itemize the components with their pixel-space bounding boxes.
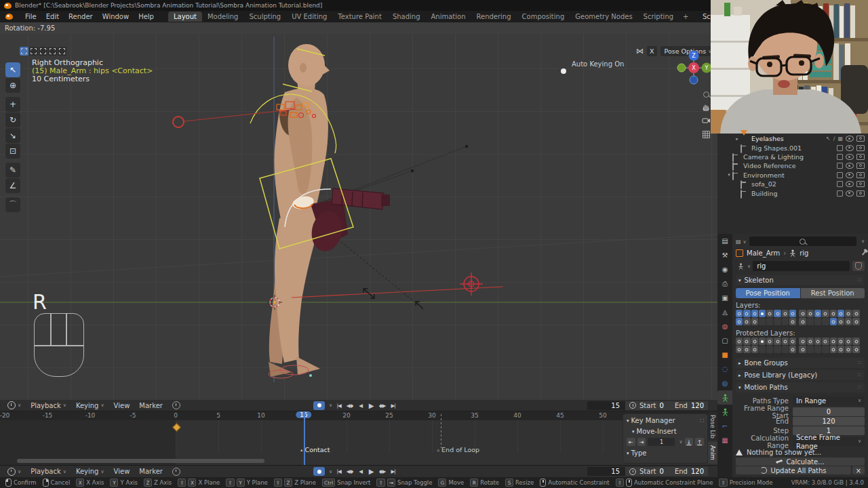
properties-tab-bone[interactable] (717, 405, 732, 419)
properties-tab-output[interactable]: ⎙ (717, 277, 732, 291)
grid-toggle-icon[interactable] (701, 129, 711, 140)
disclosure-down-icon[interactable]: ▾ (726, 172, 732, 178)
prev-frame-button[interactable]: ◀ (356, 401, 365, 410)
layer-cell[interactable] (822, 310, 829, 317)
type-panel-title[interactable]: Type (631, 449, 647, 457)
timeline-scrollbar[interactable] (17, 459, 264, 463)
close-paths-button[interactable]: × (852, 466, 865, 474)
workspace-tab-modeling[interactable]: Modeling (202, 12, 244, 22)
layer-cell[interactable] (789, 318, 796, 325)
layer-cell[interactable] (814, 318, 821, 325)
editor-type-icon[interactable]: ▤∨ (736, 239, 747, 245)
eye-icon[interactable] (846, 172, 854, 178)
protected-layer-cell[interactable] (822, 338, 829, 345)
protected-layer-cell[interactable] (736, 338, 743, 345)
protected-layer-cell[interactable] (852, 338, 859, 345)
workspace-tab-shading[interactable]: Shading (387, 12, 426, 22)
marker-end-of-loop[interactable]: ▵End of Loop (437, 446, 480, 453)
protected-layer-cell[interactable] (799, 338, 806, 345)
checkbox-icon[interactable] (837, 172, 843, 178)
camera-icon[interactable] (856, 154, 865, 160)
record-caret-2[interactable]: ∨ (329, 469, 332, 474)
field-paths-type[interactable]: In Range∨ (793, 396, 865, 405)
layer-cell[interactable] (845, 318, 852, 325)
jump-start-button[interactable]: |◀ (334, 401, 343, 410)
eye-icon[interactable] (846, 163, 854, 169)
eye-icon[interactable] (846, 136, 854, 142)
layer-cell[interactable] (766, 318, 773, 325)
properties-tab-constraints[interactable]: ◎ (717, 376, 732, 390)
protected-layer-cell[interactable] (789, 338, 796, 345)
checkbox-icon[interactable] (837, 145, 843, 151)
eye-icon[interactable] (846, 145, 854, 151)
properties-tab-render[interactable]: ◉ (717, 262, 732, 277)
checkbox-icon[interactable] (837, 190, 843, 197)
scene-selector-fragment[interactable]: Sc (703, 13, 711, 20)
select-mode-1[interactable] (20, 47, 28, 56)
playhead[interactable] (304, 411, 305, 465)
tool-pose-breakdowner[interactable]: ⌒ (5, 197, 20, 212)
menu-file[interactable]: File (20, 12, 41, 22)
layer-cell[interactable] (782, 310, 789, 317)
tool-scale[interactable]: ↘ (5, 128, 20, 143)
field-end[interactable]: 120 (793, 417, 865, 426)
workspace-tab-compositing[interactable]: Compositing (517, 12, 570, 22)
workspace-tab-uv-editing[interactable]: UV Editing (286, 12, 332, 22)
sidebar-tab-pose-lib[interactable]: Pose Lib (708, 412, 717, 441)
prev-frame-button-2[interactable]: ◀ (356, 467, 365, 476)
move-insert-caret[interactable]: ∨ (679, 439, 682, 445)
workspace-tab-layout[interactable]: Layout (168, 12, 202, 22)
properties-tab-view-layer[interactable]: ▣ (717, 291, 732, 305)
tool-transform[interactable]: ⊡ (5, 144, 20, 159)
id-name-field[interactable]: ∨ rig (736, 261, 850, 271)
properties-search-input[interactable] (749, 237, 856, 246)
menu-window[interactable]: Window (98, 12, 134, 22)
move-insert-title[interactable]: Move-Insert (637, 428, 677, 435)
layer-cell[interactable] (852, 310, 859, 317)
protected-layer-cell[interactable] (774, 346, 781, 353)
tool-select-box[interactable]: ↖ (5, 62, 20, 77)
protected-layer-cell[interactable] (845, 346, 852, 353)
next-key-button-2[interactable]: ◆▶ (378, 467, 387, 476)
outliner-row[interactable]: sofa_02 (717, 180, 868, 188)
layer-cell[interactable] (751, 318, 758, 325)
layer-cell[interactable] (822, 318, 829, 325)
camera-icon[interactable] (856, 190, 865, 197)
protected-layer-cell[interactable] (852, 346, 859, 353)
prev-key-button-2[interactable]: ◀◆ (345, 467, 354, 476)
workspace-tab-scripting[interactable]: Scripting (638, 12, 679, 22)
jump-left-key-button[interactable]: ⇤ (627, 438, 635, 446)
workspace-tab-sculpting[interactable]: Sculpting (243, 12, 286, 22)
timeline-ruler[interactable]: -20-15-10-505101520253035404550 (0, 411, 717, 420)
outliner-row[interactable]: Video Reference (717, 161, 868, 170)
layer-cell[interactable] (807, 318, 814, 325)
select-mode-5[interactable] (58, 47, 66, 56)
layer-cell[interactable] (766, 310, 773, 317)
move-insert-value[interactable]: 1 (648, 438, 675, 446)
panel-header-pose-library-legacy-[interactable]: ▸Pose Library (Legacy)∷ (736, 370, 865, 380)
layer-cell[interactable] (736, 318, 743, 325)
tool-annotate[interactable]: ✎ (5, 163, 20, 178)
timeline-menu-marker[interactable]: Marker (134, 402, 167, 409)
workspace-tab-animation[interactable]: Animation (426, 12, 471, 22)
ruler-tick-40[interactable]: 40 (513, 412, 521, 419)
properties-tab-editor-type[interactable]: ▤ (717, 234, 732, 248)
menu-edit[interactable]: Edit (41, 12, 64, 22)
auto-key-record-button-2[interactable] (313, 467, 325, 476)
outliner-row[interactable]: Building (717, 188, 868, 197)
protected-layer-cell[interactable] (782, 346, 789, 353)
ruler-tick-30[interactable]: 30 (428, 412, 435, 419)
ruler-tick--20[interactable]: -20 (0, 412, 9, 419)
protected-layer-cell[interactable] (736, 346, 743, 353)
pan-hand-icon[interactable] (701, 102, 711, 113)
breadcrumb-data[interactable]: rig (800, 249, 808, 257)
workspace-tab-rendering[interactable]: Rendering (471, 12, 516, 22)
camera-icon[interactable] (856, 181, 865, 187)
protected-layer-cell[interactable] (807, 346, 814, 353)
layer-cell[interactable] (774, 318, 781, 325)
outliner-row[interactable]: Camera & Lighting (717, 152, 868, 161)
protected-layer-cell[interactable] (743, 338, 750, 345)
menu-help[interactable]: Help (134, 12, 159, 22)
menu-render[interactable]: Render (64, 12, 98, 22)
playback-sync-icon-2[interactable] (167, 468, 185, 476)
